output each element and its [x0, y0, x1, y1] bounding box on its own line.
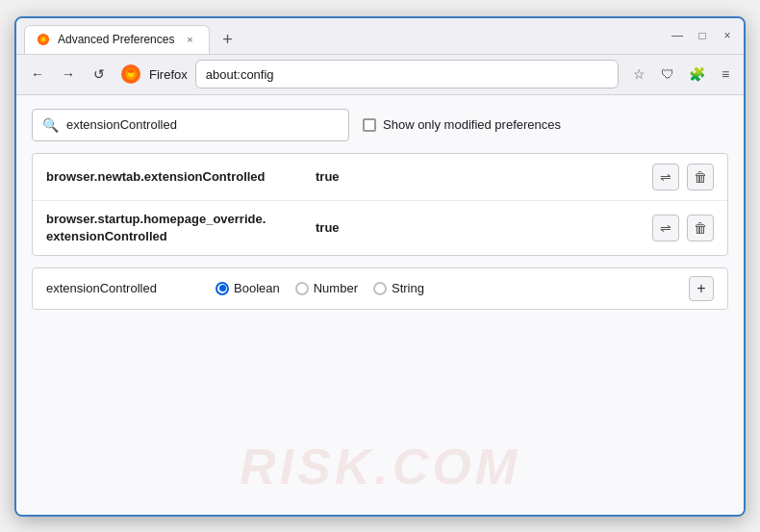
- window-controls: — □ ×: [669, 27, 736, 44]
- number-radio-circle[interactable]: [295, 282, 309, 295]
- minimize-button[interactable]: —: [669, 27, 686, 44]
- toggle-button-1[interactable]: ⇌: [652, 164, 679, 190]
- extension-button[interactable]: 🧩: [686, 63, 707, 85]
- svg-point-2: [41, 38, 45, 41]
- extension-icon: 🧩: [689, 66, 705, 82]
- delete-icon-1: 🗑: [694, 169, 707, 185]
- menu-icon: ≡: [722, 66, 729, 82]
- bookmark-button[interactable]: ☆: [628, 63, 649, 85]
- reload-icon: ↺: [93, 66, 105, 82]
- menu-button[interactable]: ≡: [715, 63, 736, 85]
- add-preference-row: extensionControlled Boolean Number Strin…: [32, 267, 728, 310]
- row-actions-2: ⇌ 🗑: [652, 215, 714, 241]
- show-modified-row[interactable]: Show only modified preferences: [363, 117, 561, 132]
- search-icon: 🔍: [42, 117, 59, 133]
- pref-value-1: true: [316, 169, 652, 184]
- back-icon: ←: [31, 66, 44, 82]
- type-radio-group: Boolean Number String: [215, 281, 673, 295]
- forward-icon: →: [62, 66, 75, 82]
- tab-close-button[interactable]: ×: [182, 32, 197, 47]
- table-row: browser.startup.homepage_override.extens…: [33, 201, 727, 255]
- firefox-logo-icon: [120, 63, 141, 85]
- browser-window: Advanced Preferences × + — □ × ← → ↺ Fi: [14, 16, 746, 517]
- string-radio-circle[interactable]: [373, 282, 387, 295]
- watermark: RISK.COM: [240, 438, 520, 495]
- forward-button[interactable]: →: [55, 61, 82, 88]
- maximize-button[interactable]: □: [694, 27, 711, 44]
- search-input[interactable]: extensionControlled: [66, 117, 177, 132]
- pref-value-2: true: [316, 220, 652, 235]
- tab-favicon-icon: [37, 33, 50, 46]
- title-bar: Advanced Preferences × + — □ ×: [16, 18, 744, 55]
- tab-area: Advanced Preferences × +: [24, 18, 661, 54]
- number-radio-label: Number: [314, 281, 358, 295]
- show-modified-checkbox[interactable]: [363, 118, 376, 132]
- boolean-radio-item[interactable]: Boolean: [215, 281, 280, 295]
- tab-title: Advanced Preferences: [58, 33, 174, 46]
- back-button[interactable]: ←: [24, 61, 51, 88]
- svg-point-6: [128, 69, 134, 73]
- address-bar[interactable]: about:config: [195, 60, 619, 89]
- toggle-icon-2: ⇌: [660, 220, 671, 236]
- pref-name-1: browser.newtab.extensionControlled: [46, 169, 316, 184]
- url-text: about:config: [206, 67, 274, 82]
- toggle-button-2[interactable]: ⇌: [652, 215, 679, 241]
- string-radio-label: String: [392, 281, 424, 295]
- delete-button-2[interactable]: 🗑: [687, 215, 714, 241]
- reload-button[interactable]: ↺: [86, 61, 113, 88]
- browser-name-label: Firefox: [149, 67, 188, 82]
- new-tab-button[interactable]: +: [214, 27, 241, 54]
- new-pref-name: extensionControlled: [46, 281, 200, 295]
- boolean-radio-label: Boolean: [234, 281, 280, 295]
- content-area: RISK.COM 🔍 extensionControlled Show only…: [16, 95, 744, 515]
- string-radio-item[interactable]: String: [373, 281, 424, 295]
- delete-button-1[interactable]: 🗑: [687, 164, 714, 190]
- results-table: browser.newtab.extensionControlled true …: [32, 153, 728, 256]
- show-modified-label: Show only modified preferences: [383, 117, 561, 132]
- search-box[interactable]: 🔍 extensionControlled: [32, 109, 349, 141]
- add-preference-button[interactable]: +: [689, 276, 714, 301]
- row-actions-1: ⇌ 🗑: [652, 164, 714, 190]
- bookmark-icon: ☆: [633, 66, 646, 82]
- boolean-radio-circle[interactable]: [215, 282, 229, 295]
- nav-icons: ☆ 🛡 🧩 ≡: [628, 63, 736, 85]
- pref-name-2: browser.startup.homepage_override.extens…: [46, 211, 316, 245]
- shield-icon: 🛡: [661, 66, 674, 82]
- search-row: 🔍 extensionControlled Show only modified…: [32, 109, 728, 141]
- number-radio-item[interactable]: Number: [295, 281, 358, 295]
- delete-icon-2: 🗑: [694, 220, 707, 236]
- shield-button[interactable]: 🛡: [657, 63, 678, 85]
- nav-bar: ← → ↺ Firefox about:config ☆ 🛡: [16, 55, 744, 95]
- close-window-button[interactable]: ×: [719, 27, 736, 44]
- table-row: browser.newtab.extensionControlled true …: [33, 154, 727, 201]
- active-tab[interactable]: Advanced Preferences ×: [24, 25, 210, 54]
- toggle-icon-1: ⇌: [660, 169, 671, 185]
